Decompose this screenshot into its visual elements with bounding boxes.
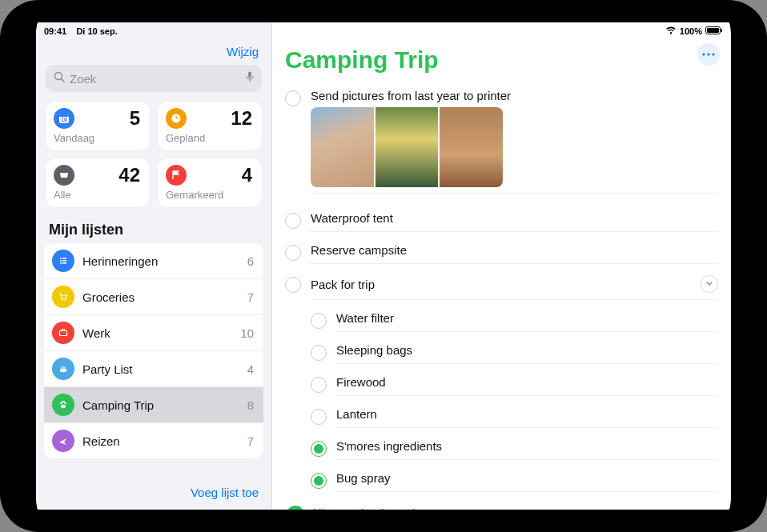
- list-item-camping[interactable]: Camping Trip 8: [44, 387, 263, 423]
- reminder-checkbox[interactable]: [285, 245, 301, 261]
- list-item-reminders[interactable]: Herinneringen 6: [44, 243, 263, 279]
- reminder-subitem[interactable]: Sleeping bags: [311, 338, 718, 370]
- attachment-image[interactable]: [311, 107, 374, 187]
- reminder-label: Lantern: [336, 407, 377, 421]
- attachment-image[interactable]: [440, 107, 503, 187]
- cart-icon: [52, 286, 74, 308]
- svg-point-15: [60, 262, 62, 264]
- smart-label: Gepland: [166, 132, 252, 144]
- list-count: 7: [247, 290, 254, 304]
- reminder-checkbox[interactable]: [311, 345, 327, 361]
- svg-rect-5: [248, 72, 251, 78]
- reminder-item[interactable]: Waterproof tent: [285, 206, 718, 238]
- list-item-groceries[interactable]: Groceries 7: [44, 279, 263, 315]
- list-label: Party List: [82, 362, 239, 376]
- reminder-checkbox[interactable]: [285, 213, 301, 229]
- reminder-label: Sleeping bags: [336, 343, 412, 357]
- smart-list-today[interactable]: 10 5 Vandaag: [46, 102, 150, 150]
- reminder-item[interactable]: Pack for trip: [285, 270, 718, 306]
- new-reminder-label: Nieuwe herinnering: [312, 507, 431, 510]
- reminder-label: Bug spray: [336, 471, 391, 485]
- section-header-my-lists: Mijn lijsten: [49, 222, 260, 238]
- list-label: Herinneringen: [82, 254, 239, 268]
- reminder-checkbox[interactable]: [311, 313, 327, 329]
- smart-label: Gemarkeerd: [166, 189, 252, 201]
- reminder-checkbox[interactable]: [311, 473, 327, 489]
- home-button[interactable]: [737, 255, 760, 278]
- reminder-checkbox[interactable]: [285, 90, 301, 106]
- reminder-label: Pack for trip: [311, 278, 375, 291]
- smart-label: Alle: [54, 189, 140, 201]
- lists: Herinneringen 6 Groceries 7 Werk 10: [44, 243, 263, 458]
- dictation-icon[interactable]: [246, 71, 254, 86]
- svg-line-4: [62, 79, 65, 82]
- reminder-label: Send pictures from last year to printer: [311, 89, 511, 102]
- status-date: Di 10 sep.: [76, 26, 117, 36]
- main-pane: Camping Trip Send pictures from last yea…: [272, 22, 731, 510]
- more-options-button[interactable]: [697, 43, 720, 66]
- edit-button[interactable]: Wijzig: [227, 45, 259, 58]
- smart-label: Vandaag: [54, 132, 140, 144]
- attachment-thumbnails[interactable]: [311, 107, 503, 187]
- svg-point-33: [712, 53, 714, 55]
- svg-point-29: [63, 401, 65, 402]
- status-time: 09:41: [44, 26, 66, 36]
- svg-point-14: [60, 260, 62, 262]
- attachment-image[interactable]: [375, 107, 439, 187]
- reminder-checkbox[interactable]: [311, 441, 327, 457]
- smart-list-all[interactable]: 42 Alle: [46, 158, 150, 207]
- reminder-subitem[interactable]: Bug spray: [311, 466, 718, 498]
- reminder-subitem[interactable]: S'mores ingredients: [311, 434, 718, 466]
- list-item-party[interactable]: Party List 4: [44, 351, 263, 387]
- smart-count: 12: [187, 109, 252, 128]
- reminder-item[interactable]: Send pictures from last year to printer: [285, 83, 718, 206]
- svg-text:10: 10: [61, 117, 67, 122]
- search-input[interactable]: [70, 72, 246, 86]
- list-label: Camping Trip: [82, 398, 239, 412]
- wifi-icon: [665, 26, 677, 36]
- reminder-subitem[interactable]: Lantern: [311, 402, 718, 434]
- svg-rect-21: [60, 331, 67, 336]
- reminder-checkbox[interactable]: [311, 409, 327, 425]
- inbox-icon: [54, 165, 74, 186]
- smart-list-flagged[interactable]: 4 Gemarkeerd: [158, 158, 262, 207]
- list-label: Groceries: [82, 290, 239, 304]
- add-list-button[interactable]: Voeg lijst toe: [191, 486, 259, 499]
- calendar-icon: 10: [54, 108, 74, 129]
- reminder-label: Firewood: [336, 375, 386, 389]
- plane-icon: [52, 430, 74, 452]
- smart-list-scheduled[interactable]: 12 Gepland: [158, 102, 262, 150]
- list-item-travel[interactable]: Reizen 7: [44, 423, 263, 458]
- svg-point-28: [62, 401, 63, 402]
- list-count: 10: [240, 326, 254, 340]
- smart-count: 42: [74, 166, 140, 185]
- list-label: Werk: [82, 326, 232, 340]
- clock-icon: [166, 108, 187, 129]
- reminder-label: Waterproof tent: [311, 211, 393, 225]
- svg-point-19: [62, 299, 63, 301]
- reminder-subitem[interactable]: Firewood: [311, 370, 718, 402]
- list-item-work[interactable]: Werk 10: [44, 315, 263, 351]
- plus-icon: +: [287, 506, 304, 510]
- svg-rect-22: [60, 369, 66, 372]
- search-field[interactable]: [46, 65, 262, 92]
- list-bullet-icon: [52, 250, 74, 272]
- reminder-checkbox[interactable]: [311, 377, 327, 393]
- list-count: 6: [247, 254, 254, 268]
- reminder-label: Water filter: [336, 311, 394, 325]
- status-bar: 09:41 Di 10 sep. 100%: [36, 22, 731, 38]
- reminder-subitem[interactable]: Water filter: [311, 306, 718, 338]
- expand-subtasks-button[interactable]: [701, 275, 718, 293]
- briefcase-icon: [52, 322, 74, 344]
- reminder-item[interactable]: Reserve campsite: [285, 238, 718, 270]
- reminder-label: S'mores ingredients: [336, 439, 442, 453]
- svg-point-27: [64, 402, 66, 404]
- svg-rect-1: [707, 28, 719, 33]
- list-title: Camping Trip: [285, 46, 439, 74]
- svg-point-13: [60, 258, 62, 259]
- new-reminder-button[interactable]: + Nieuwe herinnering: [285, 498, 718, 510]
- reminder-checkbox[interactable]: [285, 277, 301, 293]
- reminder-label: Reserve campsite: [311, 243, 407, 257]
- list-count: 8: [247, 398, 254, 412]
- svg-point-32: [707, 53, 709, 55]
